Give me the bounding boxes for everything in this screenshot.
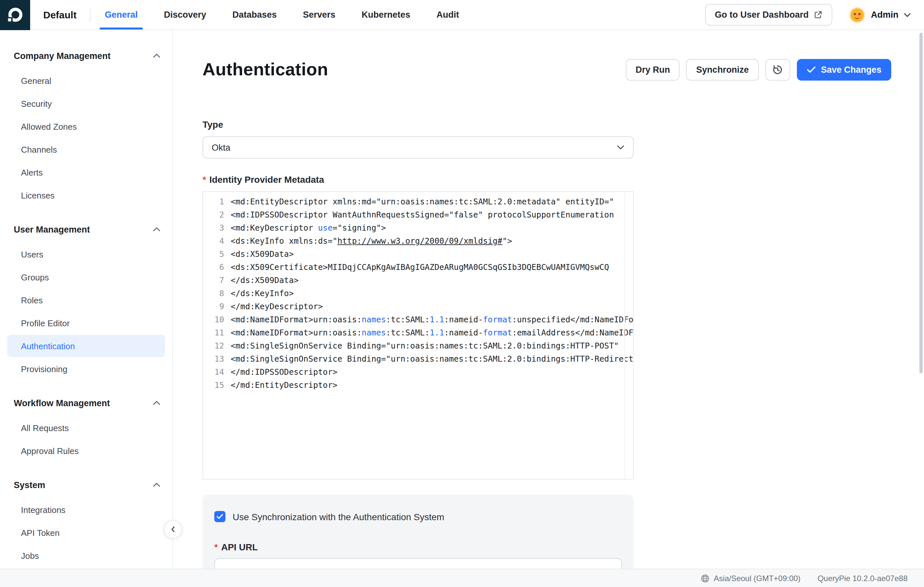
- code-line[interactable]: <md:IDPSSODescriptor WantAuthnRequestsSi…: [231, 208, 633, 221]
- code-line[interactable]: <md:EntityDescriptor xmlns:md="urn:oasis…: [231, 195, 633, 208]
- sidebar-item-authentication[interactable]: Authentication: [7, 335, 165, 357]
- nav-tab-servers[interactable]: Servers: [296, 0, 342, 30]
- code-row: 14</md:IDPSSODescriptor>: [203, 366, 633, 379]
- sidebar-item-groups[interactable]: Groups: [7, 266, 165, 288]
- sidebar-section-workflow-management[interactable]: Workflow Management: [7, 393, 165, 413]
- sidebar-section-title: Company Management: [14, 51, 111, 61]
- active-tab-indicator: [100, 28, 143, 30]
- code-line[interactable]: </md:KeyDescriptor>: [231, 300, 633, 313]
- sync-checkbox[interactable]: [214, 511, 225, 522]
- sidebar: Company ManagementGeneralSecurityAllowed…: [0, 30, 173, 587]
- code-line[interactable]: </md:IDPSSODescriptor>: [231, 366, 633, 379]
- code-line[interactable]: </md:EntityDescriptor>: [231, 379, 633, 392]
- chevron-up-icon: [153, 53, 160, 58]
- code-row: 1<md:EntityDescriptor xmlns:md="urn:oasi…: [203, 195, 633, 208]
- nav-tab-label: Kubernetes: [362, 10, 411, 20]
- save-changes-button[interactable]: Save Changes: [797, 59, 891, 81]
- nav-tab-audit[interactable]: Audit: [430, 0, 465, 30]
- sync-checkbox-label[interactable]: Use Synchronization with the Authenticat…: [233, 511, 444, 522]
- code-line[interactable]: <md:SingleSignOnService Binding="urn:oas…: [231, 340, 633, 353]
- nav-tab-kubernetes[interactable]: Kubernetes: [355, 0, 417, 30]
- type-select[interactable]: Okta: [203, 136, 634, 158]
- line-number: 14: [203, 366, 231, 379]
- sidebar-section-user-management[interactable]: User Management: [7, 219, 165, 239]
- page-title: Authentication: [203, 59, 328, 80]
- sidebar-item-profile-editor[interactable]: Profile Editor: [7, 312, 165, 334]
- code-row: 6<ds:X509Certificate>MIIDqjCCApKgAwIBAgI…: [203, 261, 633, 274]
- querypie-logo[interactable]: [0, 0, 30, 30]
- line-number: 13: [203, 353, 231, 366]
- check-icon: [216, 514, 223, 519]
- timezone-status: Asia/Seoul (GMT+09:00): [701, 574, 800, 583]
- sidebar-item-label: Roles: [21, 295, 43, 305]
- sidebar-item-allowed-zones[interactable]: Allowed Zones: [7, 115, 165, 138]
- nav-tab-label: Databases: [232, 10, 277, 20]
- sidebar-item-security[interactable]: Security: [7, 92, 165, 115]
- nav-tab-discovery[interactable]: Discovery: [157, 0, 213, 30]
- code-line[interactable]: <ds:KeyInfo xmlns:ds="http://www.w3.org/…: [231, 234, 633, 247]
- avatar-emoji-face: [851, 8, 864, 21]
- code-row: 7</ds:X509Data>: [203, 274, 633, 287]
- required-asterisk: *: [214, 542, 218, 552]
- sidebar-item-label: Provisioning: [21, 364, 68, 374]
- workspace-name[interactable]: Default: [43, 9, 77, 20]
- sidebar-item-label: Jobs: [21, 551, 39, 561]
- sidebar-item-general[interactable]: General: [7, 69, 165, 92]
- main-panel: Authentication Dry Run Synchronize: [173, 30, 924, 587]
- sidebar-item-approval-rules[interactable]: Approval Rules: [7, 440, 165, 462]
- code-line[interactable]: </ds:KeyInfo>: [231, 287, 633, 300]
- sidebar-item-jobs[interactable]: Jobs: [7, 544, 165, 567]
- user-avatar[interactable]: [849, 7, 865, 23]
- code-row: 12<md:SingleSignOnService Binding="urn:o…: [203, 340, 633, 353]
- sidebar-item-api-token[interactable]: API Token: [7, 521, 165, 544]
- version-text: QueryPie 10.2.0-ae07e88: [817, 574, 908, 583]
- line-number: 4: [203, 234, 231, 247]
- code-row: 2<md:IDPSSODescriptor WantAuthnRequestsS…: [203, 208, 633, 221]
- nav-tab-databases[interactable]: Databases: [226, 0, 283, 30]
- sidebar-item-channels[interactable]: Channels: [7, 138, 165, 160]
- sidebar-item-label: Users: [21, 249, 43, 259]
- sidebar-item-label: Approval Rules: [21, 446, 79, 456]
- sidebar-item-integrations[interactable]: Integrations: [7, 498, 165, 521]
- code-line[interactable]: <md:NameIDFormat>urn:oasis:names:tc:SAML…: [231, 313, 633, 326]
- go-to-user-dashboard-button[interactable]: Go to User Dashboard: [705, 4, 832, 26]
- sidebar-item-label: API Token: [21, 528, 59, 538]
- api-url-label: *API URL: [214, 542, 622, 552]
- line-number: 1: [203, 195, 231, 208]
- code-line[interactable]: <ds:X509Certificate>MIIDqjCCApKgAwIBAgIG…: [231, 261, 633, 274]
- sidebar-item-licenses[interactable]: Licenses: [7, 184, 165, 206]
- metadata-editor[interactable]: 1<md:EntityDescriptor xmlns:md="urn:oasi…: [203, 191, 634, 480]
- sidebar-item-users[interactable]: Users: [7, 243, 165, 265]
- sidebar-section-system[interactable]: System: [7, 475, 165, 495]
- metadata-label-text: Identity Provider Metadata: [210, 174, 324, 185]
- code-line[interactable]: </ds:X509Data>: [231, 274, 633, 287]
- metadata-label: *Identity Provider Metadata: [203, 174, 634, 185]
- user-name[interactable]: Admin: [871, 10, 898, 20]
- sidebar-item-label: Security: [21, 99, 52, 109]
- sidebar-item-alerts[interactable]: Alerts: [7, 161, 165, 183]
- code-line[interactable]: <md:KeyDescriptor use="signing">: [231, 221, 633, 234]
- code-line[interactable]: <md:NameIDFormat>urn:oasis:names:tc:SAML…: [231, 326, 633, 340]
- history-icon: [772, 64, 783, 75]
- history-button[interactable]: [765, 59, 790, 81]
- sidebar-section-company-management[interactable]: Company Management: [7, 46, 165, 66]
- sidebar-collapse-button[interactable]: [164, 520, 182, 539]
- sidebar-item-label: General: [21, 76, 51, 86]
- code-line[interactable]: <ds:X509Data>: [231, 247, 633, 261]
- chevron-up-icon: [153, 400, 160, 406]
- sidebar-item-label: Profile Editor: [21, 318, 70, 328]
- line-number: 9: [203, 300, 231, 313]
- code-row: 11<md:NameIDFormat>urn:oasis:names:tc:SA…: [203, 326, 633, 340]
- code-row: 3<md:KeyDescriptor use="signing">: [203, 221, 633, 234]
- code-lines: 1<md:EntityDescriptor xmlns:md="urn:oasi…: [203, 195, 633, 392]
- window-scrollbar-thumb[interactable]: [919, 33, 923, 373]
- chevron-down-icon[interactable]: [904, 12, 911, 17]
- code-line[interactable]: <md:SingleSignOnService Binding="urn:oas…: [231, 353, 633, 366]
- sidebar-item-roles[interactable]: Roles: [7, 289, 165, 311]
- nav-tab-general[interactable]: General: [98, 0, 145, 30]
- sidebar-item-provisioning[interactable]: Provisioning: [7, 358, 165, 380]
- sidebar-section-title: User Management: [14, 224, 90, 234]
- sidebar-item-all-requests[interactable]: All Requests: [7, 417, 165, 439]
- dry-run-button[interactable]: Dry Run: [626, 59, 680, 81]
- synchronize-button[interactable]: Synchronize: [686, 59, 759, 81]
